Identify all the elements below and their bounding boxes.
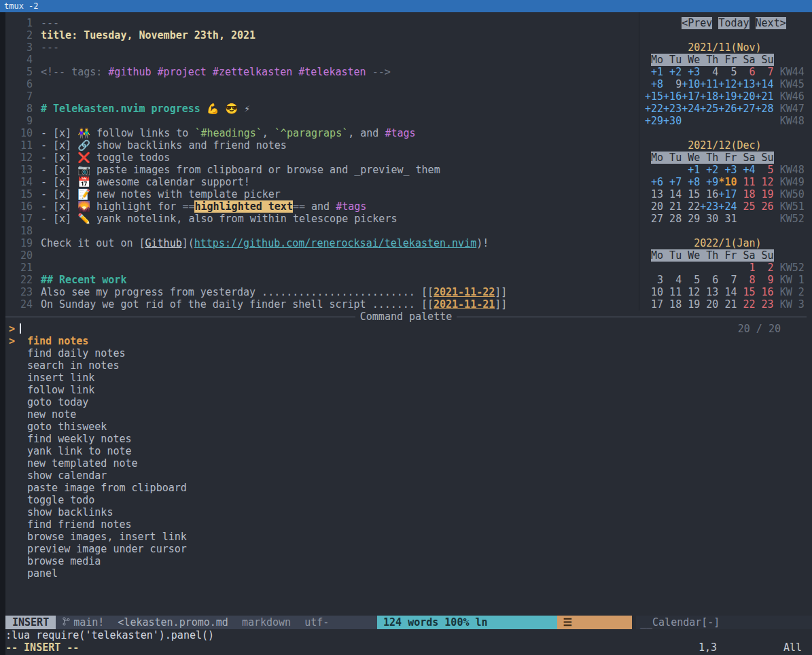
prev-button[interactable]: <Prev: [682, 17, 712, 29]
calendar-days[interactable]: 17 18 19 20 21: [645, 298, 737, 311]
palette-item[interactable]: find weekly notes: [0, 433, 812, 445]
palette-item[interactable]: browse media: [0, 555, 812, 567]
week-number: KW50: [780, 188, 805, 200]
calendar-days[interactable]: +8: [645, 78, 663, 90]
editor-line[interactable]: 4: [5, 54, 635, 66]
palette-item[interactable]: show calendar: [0, 470, 812, 482]
palette-item[interactable]: goto today: [0, 396, 812, 408]
editor-line[interactable]: 18: [5, 225, 635, 237]
calendar-days[interactable]: +29+30: [645, 115, 682, 127]
calendar-days[interactable]: +22+23+24+25+26+27+28: [645, 103, 774, 115]
calendar-days[interactable]: 9: [663, 78, 682, 90]
editor-line[interactable]: 22## Recent work: [5, 274, 635, 286]
calendar-days[interactable]: +15+16+17+18+19+20+21: [645, 90, 774, 103]
calendar-days[interactable]: 18 19: [737, 188, 773, 200]
calendar-days[interactable]: 3 4 5 6 7: [645, 274, 737, 286]
text-segment: [749, 17, 756, 29]
calendar-days[interactable]: 25 26: [737, 200, 773, 213]
calendar-days[interactable]: +6 +7 +8 +9: [645, 176, 718, 188]
palette-item-label: find friend notes: [27, 518, 132, 531]
palette-item-label: goto thisweek: [27, 421, 107, 433]
palette-item[interactable]: panel: [0, 567, 812, 580]
editor-line[interactable]: 14- [x] 📅 awesome calendar support!: [5, 176, 635, 188]
palette-item[interactable]: browse images, insert link: [0, 531, 812, 543]
editor-line[interactable]: 21: [5, 262, 635, 274]
editor-line[interactable]: 3---: [5, 41, 635, 54]
editor-line[interactable]: 17- [x] ✏️ yank notelink, also from with…: [5, 213, 635, 225]
editor-line[interactable]: 16- [x] 🌄 highlight for ==highlighted te…: [5, 200, 635, 213]
palette-item[interactable]: preview image under cursor: [0, 543, 812, 555]
palette-item[interactable]: new templated note: [0, 457, 812, 470]
calendar-days[interactable]: 6 7: [737, 66, 773, 78]
palette-item[interactable]: search in notes: [0, 359, 812, 372]
palette-item[interactable]: new note: [0, 408, 812, 421]
calendar-row: +15+16+17+18+19+20+21 KW46: [645, 90, 809, 103]
editor-line[interactable]: 1---: [5, 17, 635, 29]
next-button[interactable]: Next>: [756, 17, 786, 29]
today-button[interactable]: Today: [718, 17, 749, 29]
editor-line[interactable]: 15- [x] 📝 new notes with template picker: [5, 188, 635, 200]
editor-line[interactable]: 8# Telekasten.nvim progress 💪 😎 ⚡: [5, 103, 635, 115]
editor-line[interactable]: 13- [x] 📷 paste images from clipboard or…: [5, 164, 635, 176]
editor-line[interactable]: 23Also see my progress from yesterday ..…: [5, 286, 635, 298]
calendar-days[interactable]: *10: [718, 176, 737, 188]
calendar-days[interactable]: +1 +2 +3: [645, 66, 700, 78]
editor-line[interactable]: 7: [5, 90, 635, 103]
calendar-days[interactable]: 4 5: [700, 66, 737, 78]
calendar-days[interactable]: 10 11 12 13 14: [645, 286, 737, 298]
editor-line[interactable]: 24On Sunday we got rid of the daily find…: [5, 298, 635, 311]
text-segment: [774, 66, 780, 78]
line-number: 23: [5, 286, 33, 298]
palette-item[interactable]: insert link: [0, 372, 812, 384]
editor-line[interactable]: 20: [5, 249, 635, 262]
editor-line[interactable]: 11- [x] 🔗 show backlinks and friend note…: [5, 139, 635, 152]
week-number: KW46: [780, 90, 805, 103]
calendar-days[interactable]: +1 +2 +3 +4: [682, 164, 755, 176]
calendar-days[interactable]: 11 12: [737, 176, 773, 188]
body-text: toggle todos: [90, 152, 170, 164]
editor-line[interactable]: 10- [x] 👫 follow links to `#headings`, `…: [5, 127, 635, 139]
wiki-link: 2021-11-21: [434, 298, 495, 311]
text-segment: [774, 103, 780, 115]
body-text: yank notelink, also from within telescop…: [90, 213, 398, 225]
calendar-days[interactable]: 5: [756, 164, 774, 176]
highlighted-text: highlighted text: [194, 200, 293, 213]
calendar-days[interactable]: +10+11+12+13+14: [682, 78, 773, 90]
editor-line[interactable]: 5<!-- tags: #github #project #zettelkast…: [5, 66, 635, 78]
palette-item[interactable]: follow link: [0, 384, 812, 396]
palette-item[interactable]: find daily notes: [0, 347, 812, 359]
body-text: , and: [348, 127, 385, 139]
calendar-row: +1 +2 +3 4 5 6 7 KW44: [645, 66, 809, 78]
palette-prompt-input[interactable]: > 20 / 20: [0, 323, 812, 335]
calendar-days[interactable]: 1 2: [737, 262, 773, 274]
palette-item[interactable]: find friend notes: [0, 518, 812, 531]
editor-line[interactable]: 19Check it out on [Github](https://githu…: [5, 237, 635, 249]
line-number: 1: [5, 17, 33, 29]
palette-item[interactable]: yank link to note: [0, 445, 812, 457]
editor-line[interactable]: 2title: Tuesday, November 23th, 2021: [5, 29, 635, 41]
calendar-days[interactable]: 8 9: [737, 274, 773, 286]
line-text: - [x] 🔗 show backlinks and friend notes: [41, 139, 287, 152]
palette-item[interactable]: goto thisweek: [0, 421, 812, 433]
palette-item-label: panel: [27, 567, 58, 580]
calendar-days[interactable]: 27 28 29 30 31: [645, 213, 737, 225]
palette-item[interactable]: show backlinks: [0, 506, 812, 518]
editor-pane[interactable]: 1---2title: Tuesday, November 23th, 2021…: [5, 17, 635, 311]
palette-item[interactable]: toggle todo: [0, 494, 812, 506]
calendar-row: 2021/11(Nov): [645, 41, 809, 54]
calendar-days[interactable]: 22 23: [737, 298, 773, 311]
calendar-days[interactable]: 20 21 22: [645, 200, 700, 213]
editor-line[interactable]: 6: [5, 78, 635, 90]
editor-line[interactable]: 12- [x] ❌ toggle todos: [5, 152, 635, 164]
calendar-days[interactable]: 15 16: [737, 286, 773, 298]
line-number: 17: [5, 213, 33, 225]
palette-item-label: search in notes: [27, 359, 119, 372]
calendar-days[interactable]: +17: [718, 188, 737, 200]
calendar-days[interactable]: 13 14 15 16: [645, 188, 718, 200]
palette-item[interactable]: paste image from clipboard: [0, 482, 812, 494]
calendar-days[interactable]: +23+24: [700, 200, 737, 213]
line-text: - [x] ✏️ yank notelink, also from within…: [41, 213, 397, 225]
editor-line[interactable]: 9: [5, 115, 635, 127]
palette-item[interactable]: >find notes: [0, 335, 812, 347]
statusline-main: INSERTmain!<lekasten.promo.md markdownut…: [5, 616, 632, 629]
